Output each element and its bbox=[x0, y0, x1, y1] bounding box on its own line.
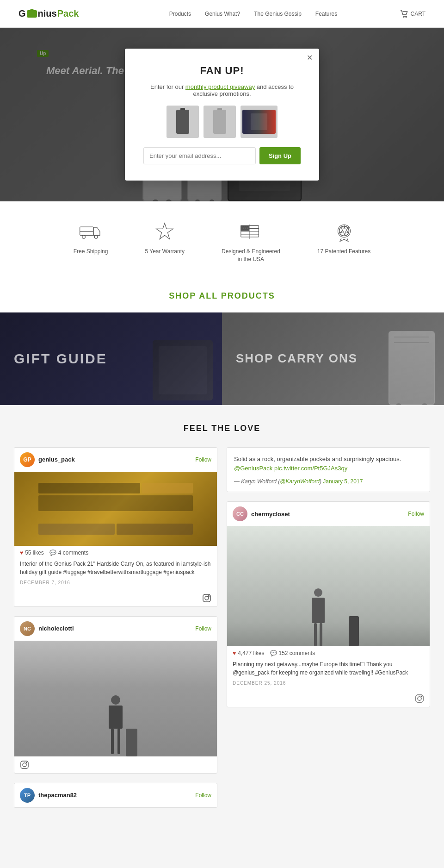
insta-post-nicholeciotti: NC nicholeciotti Follow bbox=[14, 616, 217, 774]
nav-genius-what[interactable]: Genius What? bbox=[205, 11, 240, 17]
thepacman82-username: thepacman82 bbox=[38, 792, 191, 799]
genius-pack-date: DECEMBER 7, 2016 bbox=[14, 580, 217, 590]
features-bar: Free Shipping 5 Year Warranty bbox=[0, 201, 444, 282]
chermycloset-stats: ♥ 4,477 likes 💬 152 comments bbox=[227, 646, 430, 660]
chermycloset-avatar: CC bbox=[233, 506, 247, 521]
tweet-karyn: Solid as a rock, organizable pockets and… bbox=[227, 447, 430, 493]
chermycloset-caption: Planning my next getaway...maybe Europe … bbox=[227, 660, 430, 681]
signup-button[interactable]: Sign Up bbox=[259, 147, 301, 164]
tweet-link[interactable]: pic.twitter.com/Pt5GJAs3qy bbox=[274, 465, 347, 472]
svg-marker-6 bbox=[156, 223, 173, 239]
thepacman82-follow[interactable]: Follow bbox=[195, 792, 211, 799]
nicholeciotti-avatar: NC bbox=[20, 621, 35, 636]
chermycloset-follow[interactable]: Follow bbox=[408, 511, 424, 517]
insta-header-nicholeciotti: NC nicholeciotti Follow bbox=[14, 617, 217, 641]
svg-point-16 bbox=[245, 228, 246, 229]
shop-all-section: SHOP ALL PRODUCTS bbox=[0, 282, 444, 312]
heart-icon-2: ♥ bbox=[233, 650, 236, 656]
warranty-icon bbox=[152, 220, 178, 243]
comment-icon: 💬 bbox=[49, 550, 56, 556]
tweet-author: — Karyn Wofford (@KarynWofford) January … bbox=[234, 478, 423, 485]
chermycloset-date: DECEMBER 25, 2016 bbox=[227, 681, 430, 690]
svg-point-27 bbox=[26, 762, 27, 763]
cart-area[interactable]: CART bbox=[400, 10, 426, 18]
gift-guide-tile[interactable]: GIFT GUIDE bbox=[0, 312, 222, 405]
flag-icon bbox=[238, 220, 264, 243]
feel-love-section: FEEL THE LOVE GP genius_pack Follow bbox=[0, 405, 444, 826]
feature-shipping: Free Shipping bbox=[74, 220, 108, 263]
chermycloset-comments: 💬 152 comments bbox=[270, 650, 315, 656]
genius-pack-footer bbox=[14, 590, 217, 606]
main-nav: Products Genius What? The Genius Gossip … bbox=[106, 11, 400, 17]
modal-form: Sign Up bbox=[143, 147, 301, 164]
cart-icon bbox=[400, 10, 408, 18]
tweet-date: January 5, 2017 bbox=[323, 478, 363, 485]
genius-pack-username: genius_pack bbox=[38, 456, 191, 463]
modal-product-images bbox=[143, 106, 301, 138]
svg-point-15 bbox=[243, 228, 244, 229]
logo-text: G nius Pack bbox=[18, 8, 79, 19]
product-img-3 bbox=[240, 106, 278, 138]
svg-point-12 bbox=[243, 226, 244, 227]
feature-usa: Designed & Engineered in the USA bbox=[222, 220, 280, 263]
shop-all-title: SHOP ALL PRODUCTS bbox=[0, 291, 444, 301]
svg-point-4 bbox=[94, 235, 98, 238]
shipping-label: Free Shipping bbox=[74, 248, 108, 256]
tweet-author-link[interactable]: @KarynWofford bbox=[280, 478, 320, 485]
svg-point-23 bbox=[205, 596, 209, 600]
modal-overlay: ✕ FAN UP! Enter for our monthly product … bbox=[0, 28, 444, 201]
product-img-1 bbox=[166, 106, 199, 138]
email-input[interactable] bbox=[143, 147, 256, 164]
svg-rect-2 bbox=[80, 227, 93, 235]
insta-post-genius-pack: GP genius_pack Follow bbox=[14, 447, 217, 607]
svg-point-14 bbox=[247, 226, 248, 227]
svg-point-13 bbox=[245, 226, 246, 227]
svg-point-1 bbox=[405, 16, 406, 17]
genius-pack-image bbox=[14, 472, 217, 546]
svg-point-3 bbox=[82, 235, 86, 238]
cart-label: CART bbox=[411, 11, 426, 17]
instagram-icon-3 bbox=[415, 694, 424, 703]
nicholeciotti-footer bbox=[14, 756, 217, 773]
truck-icon bbox=[78, 220, 104, 243]
social-grid: GP genius_pack Follow bbox=[14, 447, 430, 808]
genius-pack-caption: Interior of the Genius Pack 21" Hardside… bbox=[14, 560, 217, 580]
instagram-icon-2 bbox=[20, 760, 29, 769]
nicholeciotti-image bbox=[14, 641, 217, 756]
genius-pack-follow[interactable]: Follow bbox=[195, 456, 211, 463]
page-container: G nius Pack Products Genius What? The Ge… bbox=[0, 0, 444, 826]
nicholeciotti-username: nicholeciotti bbox=[38, 625, 191, 632]
svg-point-26 bbox=[23, 763, 26, 767]
giveaway-link[interactable]: monthly product giveaway bbox=[185, 83, 255, 90]
carry-on-tile[interactable]: SHOP CARRY ONS bbox=[222, 312, 444, 405]
feature-patents: 17 Patented Features bbox=[317, 220, 370, 263]
heart-icon: ♥ bbox=[20, 550, 23, 556]
instagram-icon bbox=[202, 593, 211, 603]
svg-point-24 bbox=[209, 595, 210, 596]
nav-features[interactable]: Features bbox=[315, 11, 337, 17]
svg-point-17 bbox=[247, 228, 248, 229]
genius-pack-likes: ♥ 55 likes bbox=[20, 550, 44, 556]
badge-icon bbox=[331, 220, 357, 243]
tweet-mention[interactable]: @GeniusPack bbox=[234, 465, 272, 472]
chermycloset-footer bbox=[227, 690, 430, 707]
insta-header-genius-pack: GP genius_pack Follow bbox=[14, 448, 217, 472]
nav-products[interactable]: Products bbox=[169, 11, 191, 17]
svg-marker-21 bbox=[340, 225, 349, 235]
svg-point-0 bbox=[403, 16, 404, 17]
product-grid: GIFT GUIDE SHOP CARRY ONS bbox=[0, 312, 444, 405]
logo-area[interactable]: G nius Pack bbox=[18, 8, 79, 19]
nicholeciotti-follow[interactable]: Follow bbox=[195, 625, 211, 632]
hero-wrapper: Up Meet Aerial. The sleeker, smarter car… bbox=[0, 28, 444, 201]
modal-close-button[interactable]: ✕ bbox=[307, 53, 313, 62]
svg-point-29 bbox=[418, 697, 421, 700]
chermycloset-likes: ♥ 4,477 likes bbox=[233, 650, 265, 656]
insta-post-chermycloset: CC chermycloset Follow bbox=[227, 501, 430, 707]
genius-pack-stats: ♥ 55 likes 💬 4 comments bbox=[14, 546, 217, 560]
nav-gossip[interactable]: The Genius Gossip bbox=[254, 11, 302, 17]
modal-title: FAN UP! bbox=[143, 65, 301, 77]
insta-post-thepacman82: TP thepacman82 Follow bbox=[14, 783, 217, 808]
fan-up-modal: ✕ FAN UP! Enter for our monthly product … bbox=[125, 49, 319, 181]
carry-on-image bbox=[388, 331, 435, 405]
feel-love-title: FEEL THE LOVE bbox=[14, 424, 430, 433]
